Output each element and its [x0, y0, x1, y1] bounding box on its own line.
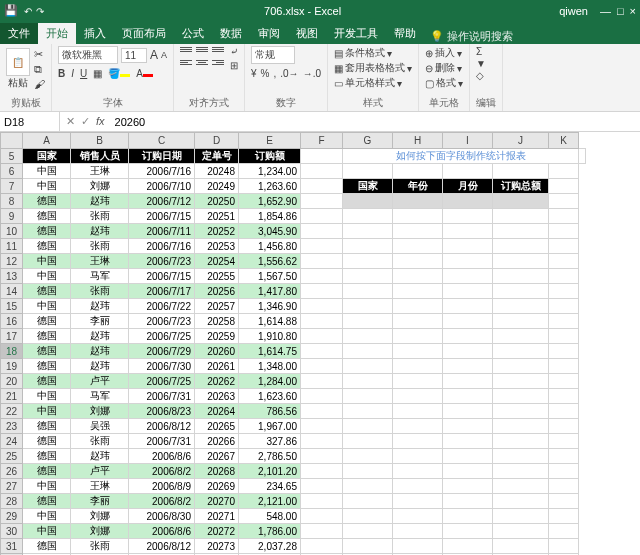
row-header[interactable]: 6 [1, 164, 23, 179]
tab-公式[interactable]: 公式 [174, 23, 212, 44]
cell[interactable]: 王琳 [71, 254, 129, 269]
redo-icon[interactable]: ↷ [36, 6, 44, 17]
cell[interactable]: 德国 [23, 224, 71, 239]
cell[interactable]: 卢平 [71, 464, 129, 479]
col-header-G[interactable]: G [343, 133, 393, 149]
cell[interactable]: 德国 [23, 449, 71, 464]
col-header-F[interactable]: F [301, 133, 343, 149]
enter-formula-icon[interactable]: ✓ [81, 115, 90, 128]
cell[interactable]: 20269 [195, 479, 239, 494]
cell[interactable]: 20273 [195, 539, 239, 554]
cell[interactable]: 中国 [23, 179, 71, 194]
cell[interactable]: 20271 [195, 509, 239, 524]
comma-icon[interactable]: , [274, 68, 277, 79]
cell[interactable]: 234.65 [239, 479, 301, 494]
insert-cells-button[interactable]: ⊕插入▾ [425, 46, 463, 60]
cell[interactable]: 中国 [23, 509, 71, 524]
col-header-B[interactable]: B [71, 133, 129, 149]
cell[interactable]: 张雨 [71, 209, 129, 224]
row-header[interactable]: 5 [1, 149, 23, 164]
row-header[interactable]: 8 [1, 194, 23, 209]
cell[interactable]: 20252 [195, 224, 239, 239]
cell[interactable]: 德国 [23, 464, 71, 479]
summary-header[interactable]: 国家 [343, 179, 393, 194]
row-header[interactable]: 14 [1, 284, 23, 299]
cell[interactable]: 1,854.86 [239, 209, 301, 224]
cell[interactable]: 2006/7/30 [129, 359, 195, 374]
decrease-font-icon[interactable]: A [161, 50, 167, 60]
row-header[interactable]: 28 [1, 494, 23, 509]
col-header-E[interactable]: E [239, 133, 301, 149]
cell[interactable]: 德国 [23, 539, 71, 554]
cell[interactable]: 张雨 [71, 239, 129, 254]
cell[interactable]: 2006/8/6 [129, 524, 195, 539]
cell[interactable]: 德国 [23, 419, 71, 434]
cell[interactable]: 20250 [195, 194, 239, 209]
cell[interactable]: 2006/7/23 [129, 254, 195, 269]
cell[interactable]: 2006/7/15 [129, 209, 195, 224]
cell[interactable]: 张雨 [71, 284, 129, 299]
wrap-text-icon[interactable]: ⤶ [230, 46, 238, 57]
cell[interactable]: 刘娜 [71, 404, 129, 419]
cell[interactable]: 德国 [23, 344, 71, 359]
table-header[interactable]: 订购日期 [129, 149, 195, 164]
cut-icon[interactable]: ✂ [34, 48, 45, 61]
cell[interactable]: 中国 [23, 254, 71, 269]
cell[interactable]: 中国 [23, 389, 71, 404]
row-header[interactable]: 22 [1, 404, 23, 419]
row-header[interactable]: 27 [1, 479, 23, 494]
align-left-icon[interactable] [180, 60, 192, 70]
row-header[interactable]: 10 [1, 224, 23, 239]
row-header[interactable]: 29 [1, 509, 23, 524]
maximize-button[interactable]: □ [617, 5, 624, 17]
cell[interactable]: 2006/7/16 [129, 164, 195, 179]
tell-me[interactable]: 💡 操作说明搜索 [430, 29, 513, 44]
cell[interactable]: 20272 [195, 524, 239, 539]
col-header-H[interactable]: H [393, 133, 443, 149]
cell[interactable]: 刘娜 [71, 509, 129, 524]
cell[interactable]: 20260 [195, 344, 239, 359]
cell[interactable]: 赵玮 [71, 359, 129, 374]
font-color-icon[interactable]: A [136, 68, 153, 79]
cell[interactable]: 2006/7/15 [129, 269, 195, 284]
cell[interactable]: 中国 [23, 299, 71, 314]
cell[interactable]: 中国 [23, 404, 71, 419]
cell[interactable]: 2006/7/25 [129, 374, 195, 389]
cell[interactable]: 吴强 [71, 419, 129, 434]
cell[interactable]: 20263 [195, 389, 239, 404]
cell[interactable]: 2006/7/23 [129, 314, 195, 329]
cell[interactable]: 中国 [23, 479, 71, 494]
currency-icon[interactable]: ¥ [251, 68, 257, 79]
cell[interactable]: 王琳 [71, 164, 129, 179]
cell[interactable]: 2006/7/31 [129, 389, 195, 404]
font-size-select[interactable]: 11 [121, 48, 147, 63]
cell[interactable]: 赵玮 [71, 344, 129, 359]
cell[interactable]: 2,121.00 [239, 494, 301, 509]
cell[interactable]: 20259 [195, 329, 239, 344]
row-header[interactable]: 19 [1, 359, 23, 374]
undo-icon[interactable]: ↶ [24, 6, 32, 17]
tab-页面布局[interactable]: 页面布局 [114, 23, 174, 44]
cancel-formula-icon[interactable]: ✕ [66, 115, 75, 128]
cell[interactable]: 赵玮 [71, 299, 129, 314]
cell[interactable]: 2006/7/11 [129, 224, 195, 239]
cell[interactable]: 2006/8/12 [129, 419, 195, 434]
cell[interactable]: 2006/7/17 [129, 284, 195, 299]
cell[interactable]: 1,348.00 [239, 359, 301, 374]
cell[interactable]: 李丽 [71, 314, 129, 329]
cell[interactable]: 德国 [23, 209, 71, 224]
save-icon[interactable]: 💾 [4, 4, 18, 18]
cell[interactable]: 20266 [195, 434, 239, 449]
align-top-icon[interactable] [180, 47, 192, 57]
cell[interactable]: 德国 [23, 374, 71, 389]
align-right-icon[interactable] [212, 60, 224, 70]
cell[interactable]: 中国 [23, 269, 71, 284]
row-header[interactable]: 11 [1, 239, 23, 254]
paste-button[interactable]: 📋 粘贴 [6, 48, 30, 90]
cell[interactable]: 赵玮 [71, 329, 129, 344]
cell[interactable]: 20254 [195, 254, 239, 269]
tab-file[interactable]: 文件 [0, 23, 38, 44]
cell[interactable]: 马军 [71, 269, 129, 284]
cell[interactable]: 2,037.28 [239, 539, 301, 554]
tab-审阅[interactable]: 审阅 [250, 23, 288, 44]
